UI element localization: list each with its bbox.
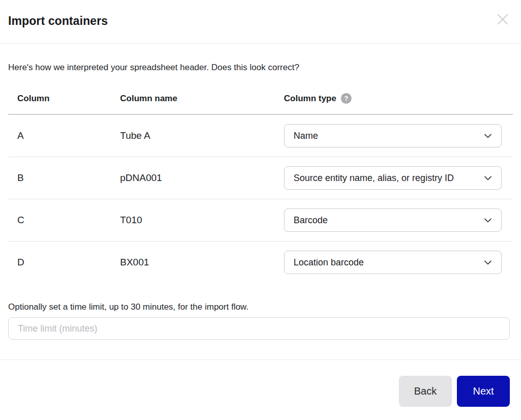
column-mapping-table: Column Column name Column type ? A Tube … (8, 88, 513, 283)
select-value: Source entity name, alias, or registry I… (294, 172, 454, 184)
header-column-name: Column name (120, 94, 284, 104)
chevron-down-icon (483, 173, 493, 183)
cell-column-name: pDNA001 (120, 172, 284, 184)
chevron-down-icon (483, 215, 493, 225)
cell-column-letter: D (8, 257, 120, 268)
column-type-select-c[interactable]: Barcode (284, 208, 502, 232)
table-row: C T010 Barcode (8, 199, 513, 242)
back-button[interactable]: Back (399, 376, 452, 407)
cell-column-name: T010 (120, 215, 284, 226)
page-title: Import containers (8, 14, 513, 28)
cell-column-name: BX001 (120, 257, 284, 268)
table-header-row: Column Column name Column type ? (8, 88, 513, 115)
chevron-down-icon (483, 257, 493, 267)
modal-header: Import containers (0, 0, 521, 44)
select-value: Name (294, 130, 318, 142)
cell-column-letter: A (8, 130, 120, 141)
modal-body: Here's how we interpreted your spreadshe… (0, 44, 521, 359)
column-type-select-b[interactable]: Source entity name, alias, or registry I… (284, 166, 502, 190)
table-row: D BX001 Location barcode (8, 242, 513, 283)
help-icon[interactable]: ? (341, 93, 352, 104)
header-column-type: Column type ? (284, 93, 513, 104)
table-row: A Tube A Name (8, 115, 513, 157)
table-row: B pDNA001 Source entity name, alias, or … (8, 157, 513, 199)
close-icon (496, 13, 509, 26)
cell-column-name: Tube A (120, 130, 284, 141)
chevron-down-icon (483, 131, 493, 141)
column-type-select-d[interactable]: Location barcode (284, 251, 502, 274)
header-column: Column (8, 94, 120, 104)
select-value: Location barcode (294, 256, 364, 268)
modal-footer: Back Next (0, 359, 521, 420)
next-button[interactable]: Next (457, 376, 510, 407)
time-limit-label: Optionally set a time limit, up to 30 mi… (8, 302, 513, 312)
select-value: Barcode (294, 214, 328, 226)
header-column-type-label: Column type (284, 94, 336, 104)
column-type-select-a[interactable]: Name (284, 124, 502, 147)
intro-text: Here's how we interpreted your spreadshe… (8, 63, 513, 73)
cell-column-letter: B (8, 172, 120, 184)
time-limit-input[interactable] (8, 317, 510, 340)
close-button[interactable] (495, 11, 511, 27)
cell-column-letter: C (8, 215, 120, 226)
import-containers-modal: Import containers Here's how we interpre… (0, 0, 521, 420)
